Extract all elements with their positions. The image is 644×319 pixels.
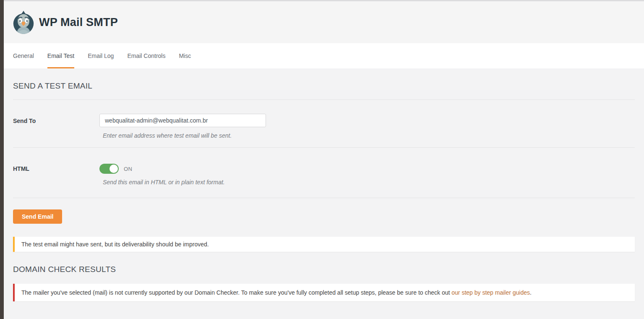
error-notice: The mailer you've selected (mail) is not… [13, 284, 635, 301]
html-row: HTML ON Send this email in HTML or in pl… [13, 147, 635, 198]
tab-email-log[interactable]: Email Log [88, 43, 114, 68]
mailer-guides-link[interactable]: our step by step mailer guides [451, 289, 530, 296]
button-row: Send Email [13, 198, 635, 224]
tab-email-controls[interactable]: Email Controls [127, 43, 165, 68]
toggle-knob-icon [110, 165, 118, 173]
wp-admin-menu-edge[interactable] [0, 0, 4, 319]
send-to-row: Send To Enter email address where test e… [13, 99, 635, 147]
pigeon-logo-icon [13, 10, 34, 34]
section-heading-send-test-email: SEND A TEST EMAIL [13, 81, 635, 91]
send-to-label: Send To [13, 114, 99, 139]
send-to-field: Enter email address where test email wil… [99, 114, 635, 139]
content: SEND A TEST EMAIL Send To Enter email ad… [4, 68, 644, 301]
html-label: HTML [13, 164, 99, 186]
send-to-input[interactable] [99, 114, 266, 127]
error-notice-main-text: The mailer you've selected (mail) is not… [21, 289, 451, 296]
app-header: WP Mail SMTP [4, 1, 644, 43]
html-helper: Send this email in HTML or in plain text… [103, 179, 635, 186]
html-toggle-wrap: ON [99, 164, 635, 174]
wp-mail-smtp-page: WP Mail SMTP General Email Test Email Lo… [4, 0, 644, 319]
send-to-helper: Enter email address where test email wil… [103, 132, 635, 139]
html-toggle-switch[interactable] [99, 164, 119, 174]
error-notice-suffix: . [530, 289, 532, 296]
warning-notice: The test email might have sent, but its … [13, 237, 635, 252]
toggle-state-label: ON [124, 166, 132, 172]
html-field: ON Send this email in HTML or in plain t… [99, 164, 635, 186]
screen: WP Mail SMTP General Email Test Email Lo… [0, 0, 644, 319]
tab-general[interactable]: General [13, 43, 34, 68]
send-email-button[interactable]: Send Email [13, 209, 62, 224]
app-title: WP Mail SMTP [39, 16, 118, 29]
tab-email-test[interactable]: Email Test [47, 43, 74, 68]
tab-bar: General Email Test Email Log Email Contr… [4, 43, 644, 68]
test-email-form: Send To Enter email address where test e… [13, 99, 635, 224]
section-heading-domain-check: DOMAIN CHECK RESULTS [13, 265, 635, 274]
tab-misc[interactable]: Misc [179, 43, 191, 68]
warning-notice-text: The test email might have sent, but its … [21, 241, 628, 248]
error-notice-text: The mailer you've selected (mail) is not… [21, 289, 628, 296]
